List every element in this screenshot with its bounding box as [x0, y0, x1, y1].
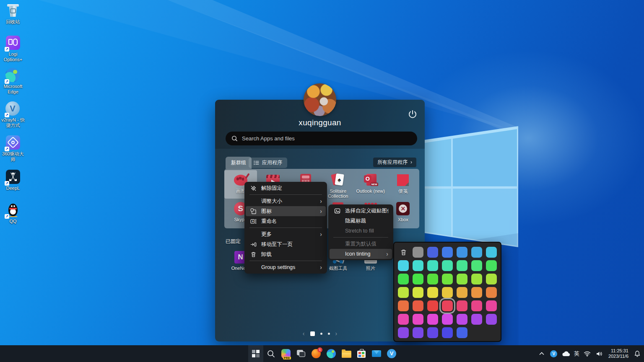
menu-item-resize[interactable]: 调整大小 ›: [246, 196, 326, 206]
tint-swatch[interactable]: [413, 260, 423, 271]
menu-item-hide-title[interactable]: 隐藏标题: [330, 216, 392, 226]
user-avatar[interactable]: [304, 83, 336, 116]
tint-swatch[interactable]: [486, 300, 497, 311]
menu-item-group-settings[interactable]: Group settings ›: [246, 262, 326, 272]
tint-swatch[interactable]: [413, 274, 423, 284]
tray-v2rayn-icon[interactable]: V: [550, 350, 558, 357]
tab-new-group[interactable]: 新群组: [226, 157, 252, 169]
tile-sticky-notes[interactable]: 便笺: [387, 170, 420, 199]
tint-swatch[interactable]: [442, 314, 453, 325]
tint-swatch[interactable]: [471, 260, 482, 271]
tint-swatch[interactable]: [398, 287, 409, 298]
taskbar-store-button[interactable]: [354, 345, 369, 362]
tint-swatch[interactable]: [471, 274, 482, 284]
tint-swatch[interactable]: [398, 314, 409, 325]
taskbar: PRE 1: [0, 345, 644, 362]
page-dot[interactable]: [328, 333, 330, 335]
tint-swatch[interactable]: [471, 314, 482, 325]
taskbar-file-explorer-button[interactable]: [339, 345, 354, 362]
tray-expand-chevron-icon[interactable]: [538, 352, 546, 355]
tint-swatch[interactable]: [398, 260, 409, 271]
menu-item-icon[interactable]: 图标 ›: [246, 206, 326, 216]
search-bar[interactable]: [226, 132, 417, 145]
tint-swatch[interactable]: [427, 247, 438, 258]
search-input[interactable]: [242, 135, 411, 142]
taskbar-task-view-button[interactable]: [293, 345, 309, 362]
tint-swatch-selected[interactable]: [442, 300, 453, 311]
page-next-icon[interactable]: ›: [335, 331, 338, 336]
tint-swatch[interactable]: [427, 314, 438, 325]
tab-applications[interactable]: 应用程序: [249, 158, 287, 168]
power-button[interactable]: [407, 109, 418, 120]
tint-swatch[interactable]: [413, 300, 423, 311]
taskbar-mail-button[interactable]: [369, 345, 384, 362]
tint-swatch[interactable]: [442, 260, 453, 271]
tint-swatch[interactable]: [442, 327, 453, 338]
desktop-icon-360-driver[interactable]: ↗ 360驱动大师: [1, 135, 25, 162]
notification-bell-icon[interactable]: [633, 350, 641, 357]
taskbar-edge-button[interactable]: [324, 345, 339, 362]
clock[interactable]: 11:25:31 2023/11/6: [608, 348, 629, 359]
tint-swatch[interactable]: [413, 314, 423, 325]
volume-icon[interactable]: [595, 351, 604, 357]
menu-item-move-next-page[interactable]: 移动至下一页: [246, 239, 326, 249]
start-button[interactable]: [248, 345, 263, 362]
tint-swatch[interactable]: [471, 287, 482, 298]
tint-swatch[interactable]: [486, 260, 497, 271]
tint-swatch[interactable]: [427, 274, 438, 284]
menu-item-unpin[interactable]: 解除固定: [246, 183, 326, 193]
taskbar-360-app-button[interactable]: 1: [309, 345, 324, 362]
tint-swatch[interactable]: [471, 247, 482, 258]
menu-item-rename[interactable]: A 重命名: [246, 216, 326, 226]
tint-swatch[interactable]: [457, 314, 467, 325]
menu-item-more[interactable]: 更多 ›: [246, 229, 326, 239]
tint-swatch[interactable]: [486, 314, 497, 325]
onedrive-cloud-icon[interactable]: [562, 351, 570, 357]
tint-swatch[interactable]: [427, 300, 438, 311]
tile-outlook[interactable]: ONEW Outlook (new): [354, 170, 387, 199]
tint-swatch[interactable]: [457, 327, 467, 338]
tint-swatch[interactable]: [427, 260, 438, 271]
tint-swatch[interactable]: [457, 247, 467, 258]
tint-swatch[interactable]: [486, 274, 497, 284]
desktop-icon-logi-options[interactable]: ↗ Logi Options+: [1, 35, 25, 62]
tint-swatch[interactable]: [442, 287, 453, 298]
tint-swatch[interactable]: [486, 247, 497, 258]
taskbar-copilot-button[interactable]: PRE: [278, 345, 293, 362]
page-dot[interactable]: [320, 333, 322, 335]
tint-swatch[interactable]: [471, 300, 482, 311]
taskbar-search-button[interactable]: [263, 345, 278, 362]
wifi-icon[interactable]: [583, 351, 592, 357]
desktop-icon-v2rayn[interactable]: V ↗ v2rayN - 快捷方式: [1, 101, 25, 128]
menu-divider: [249, 194, 322, 195]
desktop-icon-recycle-bin[interactable]: 回收站: [1, 3, 25, 25]
tint-swatch[interactable]: [457, 260, 467, 271]
page-current-indicator[interactable]: [310, 331, 315, 336]
taskbar-v2rayn-button[interactable]: V: [384, 345, 399, 362]
tint-swatch[interactable]: [398, 300, 409, 311]
tint-swatch[interactable]: [398, 274, 409, 284]
desktop-icon-microsoft-edge[interactable]: ↗ Microsoft Edge: [1, 68, 25, 95]
page-prev-icon[interactable]: ‹: [303, 331, 305, 336]
tint-swatch[interactable]: [413, 327, 423, 338]
all-apps-button[interactable]: 所有应用程序 ›: [373, 158, 416, 167]
tint-swatch[interactable]: [442, 247, 453, 258]
tint-swatch[interactable]: [457, 274, 467, 284]
tint-swatch[interactable]: [442, 274, 453, 284]
tint-swatch[interactable]: [427, 327, 438, 338]
desktop-icon-deepl[interactable]: ↗ DeepL: [1, 169, 25, 191]
menu-item-uninstall[interactable]: 卸载: [246, 249, 326, 259]
menu-item-icon-tinting[interactable]: Icon tinting ›: [330, 249, 392, 259]
tint-swatch[interactable]: [457, 287, 467, 298]
tint-swatch[interactable]: [486, 287, 497, 298]
menu-item-custom-tile-image[interactable]: 选择自定义磁贴图像...: [330, 206, 392, 216]
menu-divider: [249, 261, 322, 261]
ime-indicator[interactable]: 英: [574, 350, 579, 357]
tint-swatch[interactable]: [427, 287, 438, 298]
tint-swatch[interactable]: [413, 287, 423, 298]
tint-swatch[interactable]: [398, 327, 409, 338]
tint-swatch[interactable]: [413, 247, 423, 258]
clear-tint-button[interactable]: [398, 247, 409, 258]
tint-swatch[interactable]: [457, 300, 467, 311]
desktop-icon-qq[interactable]: ↗ QQ: [1, 203, 25, 224]
